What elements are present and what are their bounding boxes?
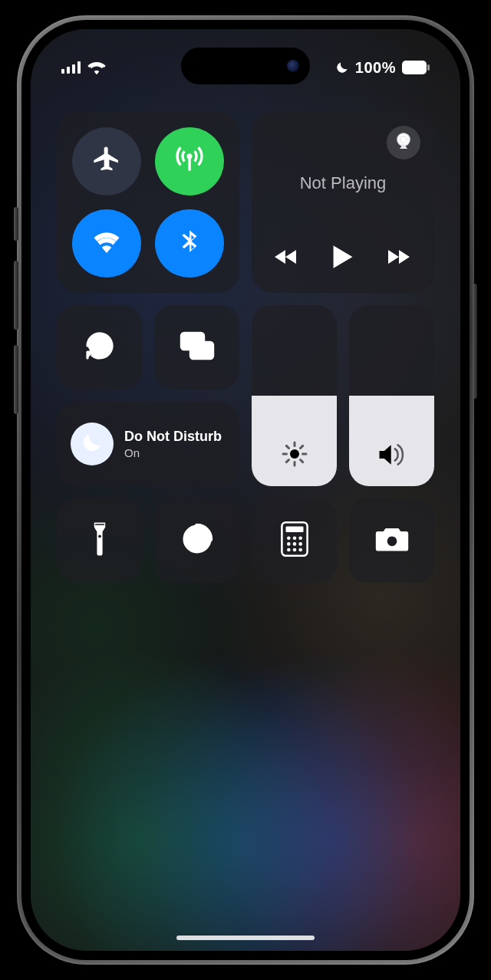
svg-point-9 — [400, 136, 407, 143]
side-button[interactable] — [473, 284, 477, 399]
focus-status-icon — [335, 61, 349, 74]
svg-rect-3 — [77, 61, 81, 74]
svg-line-19 — [300, 460, 302, 462]
battery-icon — [402, 61, 430, 74]
svg-rect-22 — [95, 524, 104, 525]
focus-tile[interactable]: Do Not Disturb On — [57, 402, 239, 486]
svg-rect-0 — [61, 69, 64, 74]
svg-point-29 — [298, 536, 302, 540]
wifi-toggle[interactable] — [72, 209, 141, 278]
dynamic-island[interactable] — [181, 48, 310, 84]
now-playing-tile[interactable]: Not Playing — [252, 112, 434, 293]
svg-point-28 — [292, 536, 296, 540]
svg-point-23 — [98, 534, 101, 538]
timer-icon — [180, 522, 214, 559]
orientation-lock-icon — [81, 327, 118, 367]
screen: 100% — [31, 29, 460, 951]
svg-rect-5 — [427, 64, 430, 71]
flashlight-button[interactable] — [57, 498, 142, 583]
camera-button[interactable] — [349, 498, 434, 583]
volume-up-button[interactable] — [14, 261, 18, 330]
connectivity-group[interactable] — [57, 112, 239, 293]
phone-frame: 100% — [17, 15, 474, 965]
battery-percent: 100% — [355, 59, 396, 77]
cellular-signal-icon — [61, 61, 81, 74]
svg-rect-4 — [402, 61, 427, 74]
svg-rect-1 — [67, 67, 70, 74]
airplay-icon — [394, 132, 413, 153]
camera-icon — [374, 524, 410, 557]
svg-point-30 — [287, 542, 291, 546]
orientation-lock-toggle[interactable] — [57, 305, 142, 390]
mute-switch[interactable] — [14, 207, 18, 241]
svg-point-33 — [287, 548, 291, 552]
focus-title: Do Not Disturb — [124, 429, 222, 445]
wifi-status-icon — [87, 61, 106, 74]
airplane-mode-toggle[interactable] — [72, 127, 141, 196]
wifi-icon — [91, 226, 123, 261]
next-track-button[interactable] — [387, 248, 413, 269]
airplay-button[interactable] — [387, 126, 420, 159]
dnd-bubble — [71, 423, 114, 465]
media-title: Not Playing — [265, 173, 420, 193]
screen-mirroring-button[interactable] — [154, 305, 239, 390]
focus-status: On — [124, 446, 222, 459]
brightness-icon — [281, 440, 308, 471]
volume-fill — [349, 396, 434, 486]
moon-icon — [81, 431, 104, 457]
svg-rect-10 — [95, 344, 104, 350]
antenna-icon — [173, 144, 206, 179]
bluetooth-toggle[interactable] — [155, 209, 224, 278]
svg-rect-7 — [188, 157, 191, 171]
calculator-icon — [281, 521, 308, 560]
bluetooth-icon — [175, 228, 204, 260]
svg-rect-26 — [285, 526, 303, 532]
svg-point-32 — [298, 542, 302, 546]
volume-icon — [377, 442, 407, 471]
svg-line-20 — [286, 460, 288, 462]
svg-rect-2 — [72, 64, 75, 74]
previous-track-button[interactable] — [273, 248, 299, 269]
volume-down-button[interactable] — [14, 345, 18, 414]
svg-point-27 — [287, 536, 291, 540]
play-button[interactable] — [331, 244, 354, 273]
svg-line-21 — [300, 446, 302, 448]
calculator-button[interactable] — [252, 498, 337, 583]
svg-line-18 — [286, 446, 288, 448]
cellular-data-toggle[interactable] — [155, 127, 224, 196]
airplane-icon — [91, 145, 122, 179]
timer-button[interactable] — [154, 498, 239, 583]
brightness-slider[interactable] — [252, 305, 337, 486]
svg-point-13 — [290, 449, 299, 459]
screen-mirroring-icon — [178, 330, 216, 365]
svg-point-31 — [292, 542, 296, 546]
svg-point-34 — [292, 548, 296, 552]
svg-point-35 — [298, 548, 302, 552]
home-indicator[interactable] — [176, 936, 315, 940]
svg-rect-12 — [190, 342, 213, 359]
volume-slider[interactable] — [349, 305, 434, 486]
control-center: Not Playing — [57, 112, 434, 583]
flashlight-icon — [88, 521, 111, 561]
